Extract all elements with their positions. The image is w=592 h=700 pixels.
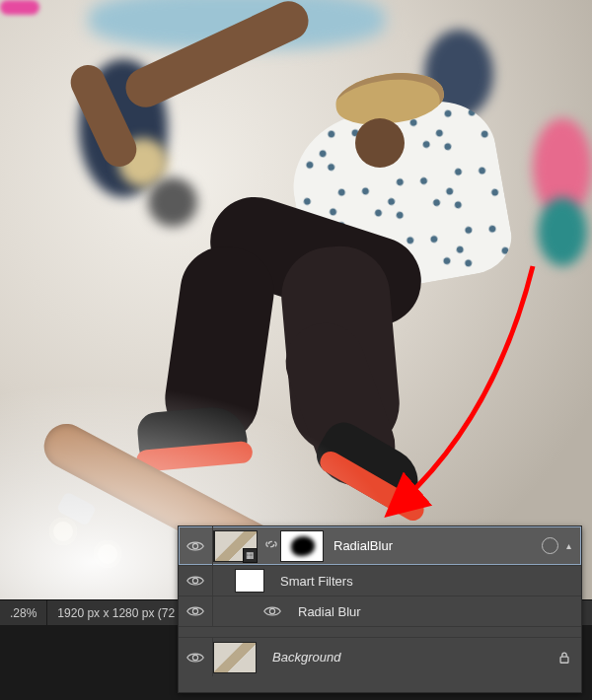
svg-rect-5 [560, 657, 568, 663]
collapse-triangle-icon[interactable]: ▴ [566, 540, 571, 551]
svg-point-3 [269, 608, 274, 613]
lock-icon[interactable] [557, 651, 571, 665]
smart-object-icon: ▦ [243, 548, 258, 563]
eye-icon [186, 605, 204, 617]
zoom-value: .28% [10, 606, 37, 620]
svg-point-0 [192, 543, 197, 548]
filter-blend-options-icon[interactable] [542, 537, 558, 554]
layer-row-filter-radial-blur[interactable]: Radial Blur [179, 596, 581, 627]
layer-row-radialblur[interactable]: ▦ RadialBlur ▴ [179, 526, 581, 566]
layer-visibility-toggle[interactable] [179, 526, 213, 565]
document-canvas[interactable] [0, 0, 592, 599]
layer-mask-thumbnail[interactable] [280, 530, 324, 562]
layer-visibility-toggle[interactable] [179, 566, 213, 595]
zoom-readout[interactable]: .28% [0, 600, 47, 626]
layer-mask-content [291, 536, 315, 556]
layer-visibility-toggle[interactable] [179, 596, 213, 626]
layer-thumbnail[interactable] [213, 642, 257, 673]
filter-mask-thumbnail[interactable] [235, 569, 264, 593]
photo-skater-face [355, 118, 405, 168]
layer-name-label[interactable]: Background [272, 650, 557, 665]
photo-skateboard-wheel-2 [94, 540, 121, 568]
layer-thumbnail[interactable]: ▦ [213, 530, 257, 562]
photo-bg-wristband [0, 0, 39, 15]
eye-icon [186, 652, 204, 664]
filter-name-label[interactable]: Radial Blur [298, 604, 581, 619]
layers-panel: ▦ RadialBlur ▴ Smart Filters [178, 525, 582, 693]
layer-divider [179, 627, 581, 638]
eye-icon[interactable] [263, 605, 281, 617]
layer-row-background[interactable]: Background [179, 638, 581, 676]
svg-point-2 [192, 608, 197, 613]
link-icon [264, 537, 278, 554]
layer-name-label[interactable]: RadialBlur [333, 538, 542, 553]
smart-filters-label: Smart Filters [280, 574, 581, 589]
eye-icon [186, 540, 204, 552]
layer-visibility-toggle[interactable] [179, 638, 213, 676]
svg-point-4 [192, 655, 197, 660]
svg-point-1 [192, 578, 197, 583]
photo-skateboard-wheel-1 [49, 518, 77, 545]
layer-row-smart-filters[interactable]: Smart Filters [179, 566, 581, 596]
eye-icon [186, 575, 204, 587]
